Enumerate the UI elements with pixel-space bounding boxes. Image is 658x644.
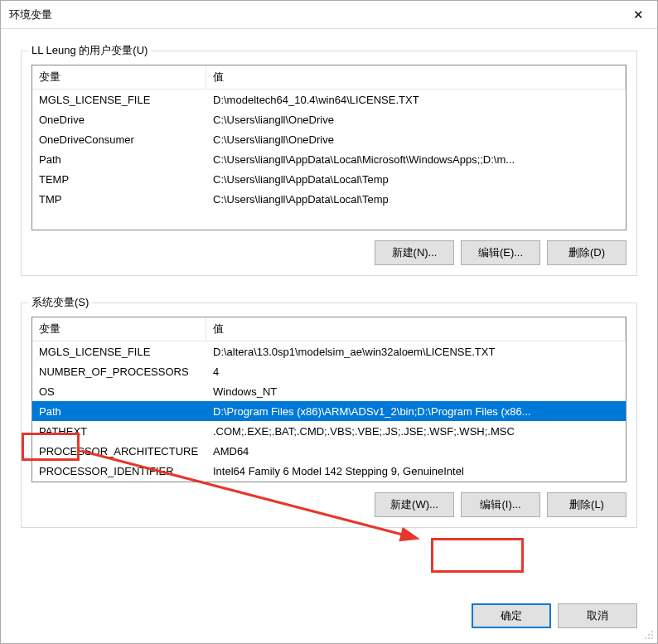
cell-name: Path bbox=[32, 152, 206, 167]
cell-name: OneDrive bbox=[32, 112, 206, 128]
table-row[interactable]: OneDriveC:\Users\liangll\OneDrive bbox=[32, 109, 626, 129]
cell-value: D:\altera\13.0sp1\modelsim_ae\win32aloem… bbox=[206, 344, 626, 360]
user-vars-label: LL Leung 的用户变量(U) bbox=[28, 43, 151, 58]
sys-vars-buttons: 新建(W)... 编辑(I)... 删除(L) bbox=[31, 492, 627, 517]
user-vars-header: 变量 值 bbox=[32, 65, 626, 90]
table-row[interactable]: PATHEXT.COM;.EXE;.BAT;.CMD;.VBS;.VBE;.JS… bbox=[32, 421, 626, 441]
table-row[interactable]: OneDriveConsumerC:\Users\liangll\OneDriv… bbox=[32, 129, 626, 149]
dialog-content: LL Leung 的用户变量(U) 变量 值 MGLS_LICENSE_FILE… bbox=[1, 29, 657, 603]
cell-value: AMD64 bbox=[206, 443, 626, 459]
table-row[interactable]: MGLS_LICENSE_FILED:\altera\13.0sp1\model… bbox=[32, 341, 626, 361]
user-vars-table[interactable]: 变量 值 MGLS_LICENSE_FILED:\modeltech64_10.… bbox=[31, 65, 627, 230]
sys-vars-label: 系统变量(S) bbox=[28, 295, 92, 310]
cell-name: PROCESSOR_ARCHITECTURE bbox=[32, 443, 206, 459]
sys-vars-group: 系统变量(S) 变量 值 MGLS_LICENSE_FILED:\altera\… bbox=[21, 303, 637, 528]
user-vars-group: LL Leung 的用户变量(U) 变量 值 MGLS_LICENSE_FILE… bbox=[21, 51, 637, 276]
sys-delete-button[interactable]: 删除(L) bbox=[547, 492, 627, 517]
cell-value: C:\Users\liangll\AppData\Local\Temp bbox=[206, 191, 626, 207]
user-col-value[interactable]: 值 bbox=[206, 65, 626, 89]
cell-name: OS bbox=[32, 384, 206, 399]
cell-name: NUMBER_OF_PROCESSORS bbox=[32, 364, 206, 380]
user-vars-body[interactable]: MGLS_LICENSE_FILED:\modeltech64_10.4\win… bbox=[32, 90, 626, 229]
table-row[interactable]: PROCESSOR_ARCHITECTUREAMD64 bbox=[32, 441, 626, 461]
sys-vars-table[interactable]: 变量 值 MGLS_LICENSE_FILED:\altera\13.0sp1\… bbox=[31, 317, 627, 482]
table-row[interactable]: PROCESSOR_IDENTIFIERIntel64 Family 6 Mod… bbox=[32, 461, 626, 481]
cell-name: PROCESSOR_IDENTIFIER bbox=[32, 463, 206, 479]
cell-name: OneDriveConsumer bbox=[32, 132, 206, 148]
cell-value: C:\Users\liangll\OneDrive bbox=[206, 112, 626, 128]
sys-col-name[interactable]: 变量 bbox=[32, 317, 206, 341]
sys-col-value[interactable]: 值 bbox=[206, 317, 626, 341]
cell-value: D:\Program Files (x86)\ARM\ADSv1_2\bin;D… bbox=[206, 404, 626, 419]
ok-button[interactable]: 确定 bbox=[472, 603, 551, 628]
user-new-button[interactable]: 新建(N)... bbox=[375, 240, 454, 265]
dialog-footer: 确定 取消 bbox=[1, 603, 657, 643]
sys-edit-button[interactable]: 编辑(I)... bbox=[461, 492, 540, 517]
cell-value: .COM;.EXE;.BAT;.CMD;.VBS;.VBE;.JS;.JSE;.… bbox=[206, 424, 626, 439]
user-edit-button[interactable]: 编辑(E)... bbox=[461, 240, 540, 265]
cancel-button[interactable]: 取消 bbox=[558, 603, 637, 628]
user-col-name[interactable]: 变量 bbox=[32, 65, 206, 89]
cell-value: C:\Users\liangll\AppData\Local\Microsoft… bbox=[206, 152, 626, 167]
table-row[interactable]: NUMBER_OF_PROCESSORS4 bbox=[32, 361, 626, 381]
sys-vars-body[interactable]: MGLS_LICENSE_FILED:\altera\13.0sp1\model… bbox=[32, 341, 626, 481]
cell-name: PATHEXT bbox=[32, 424, 206, 439]
user-vars-buttons: 新建(N)... 编辑(E)... 删除(D) bbox=[31, 240, 627, 265]
sys-new-button[interactable]: 新建(W)... bbox=[375, 492, 454, 517]
cell-value: 4 bbox=[206, 364, 626, 380]
cell-name: MGLS_LICENSE_FILE bbox=[32, 344, 206, 360]
table-row[interactable]: TEMPC:\Users\liangll\AppData\Local\Temp bbox=[32, 169, 626, 189]
cell-value: C:\Users\liangll\AppData\Local\Temp bbox=[206, 172, 626, 187]
close-button[interactable]: ✕ bbox=[619, 2, 657, 28]
table-row[interactable]: PathC:\Users\liangll\AppData\Local\Micro… bbox=[32, 149, 626, 169]
cell-value: C:\Users\liangll\OneDrive bbox=[206, 132, 626, 148]
cell-name: Path bbox=[32, 404, 206, 419]
env-vars-dialog: 环境变量 ✕ LL Leung 的用户变量(U) 变量 值 MGLS_LICEN… bbox=[0, 0, 658, 644]
cell-value: D:\modeltech64_10.4\win64\LICENSE.TXT bbox=[206, 92, 626, 108]
user-delete-button[interactable]: 删除(D) bbox=[547, 240, 627, 265]
table-row[interactable]: PathD:\Program Files (x86)\ARM\ADSv1_2\b… bbox=[32, 401, 626, 421]
cell-value: Intel64 Family 6 Model 142 Stepping 9, G… bbox=[206, 463, 626, 479]
cell-name: TEMP bbox=[32, 172, 206, 187]
titlebar: 环境变量 ✕ bbox=[1, 1, 657, 29]
table-row[interactable]: OSWindows_NT bbox=[32, 381, 626, 401]
sys-vars-header: 变量 值 bbox=[32, 317, 626, 341]
cell-value: Windows_NT bbox=[206, 384, 626, 399]
table-row[interactable]: TMPC:\Users\liangll\AppData\Local\Temp bbox=[32, 189, 626, 209]
cell-name: MGLS_LICENSE_FILE bbox=[32, 92, 206, 108]
table-row[interactable]: MGLS_LICENSE_FILED:\modeltech64_10.4\win… bbox=[32, 90, 626, 109]
window-title: 环境变量 bbox=[9, 7, 52, 22]
cell-name: TMP bbox=[32, 191, 206, 207]
